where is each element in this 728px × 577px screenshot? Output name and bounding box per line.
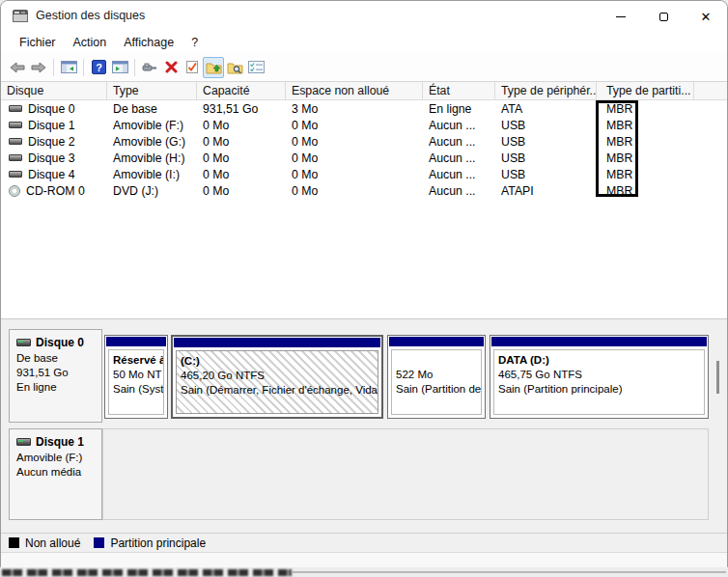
view-options-button[interactable]	[245, 57, 266, 78]
header-espace[interactable]: Espace non alloué	[286, 82, 423, 99]
cell-peripherique: USB	[495, 168, 597, 181]
menu-help[interactable]: ?	[182, 34, 207, 51]
cell-partition: MBR	[597, 135, 694, 149]
table-row-disque-3[interactable]: Disque 3 Amovible (H:) 0 Mo 0 Mo Aucun .…	[1, 150, 727, 166]
cell-capacite: 0 Mo	[197, 151, 286, 165]
cell-disque: Disque 2	[28, 135, 75, 149]
cell-espace: 3 Mo	[286, 102, 423, 116]
close-button[interactable]: ✕	[685, 1, 727, 32]
search-folder-button[interactable]	[224, 57, 245, 78]
partition-title: Réservé à	[113, 353, 163, 368]
partition-recovery[interactable]: 522 Mo Sain (Partition de	[387, 335, 486, 419]
titlebar: Gestion des disques ✕	[1, 1, 727, 32]
cell-partition: MBR	[597, 119, 694, 132]
table-row-disque-0[interactable]: Disque 0 De base 931,51 Go 3 Mo En ligne…	[1, 100, 727, 117]
cell-espace: 0 Mo	[286, 184, 423, 198]
primary-partition-color-swatch	[94, 537, 104, 548]
cell-partition: MBR	[597, 102, 694, 116]
partition-status: Sain (Démarrer, Fichier d'échange, Vida	[181, 383, 378, 398]
delete-button[interactable]	[160, 57, 182, 78]
legend-bar: Non alloué Partition principale	[1, 533, 727, 552]
properties-check-button[interactable]	[182, 57, 203, 78]
partition-title: (C:)	[181, 354, 378, 369]
primary-partition-color-bar	[174, 338, 380, 347]
cell-peripherique: USB	[495, 135, 597, 149]
disk-icon	[9, 105, 22, 112]
cell-peripherique: USB	[495, 151, 597, 165]
cell-capacite: 0 Mo	[197, 168, 286, 181]
menu-bar: Fichier Action Affichage ?	[1, 32, 727, 53]
cell-disque: Disque 4	[28, 168, 75, 181]
action-pane-icon	[112, 61, 128, 73]
partition-reserved[interactable]: Réservé à 50 Mo NT Sain (Syst	[104, 335, 168, 419]
cell-type: Amovible (H:)	[107, 151, 197, 165]
disk1-label-panel[interactable]: Disque 1 Amovible (F:) Aucun média	[9, 428, 102, 520]
cell-peripherique: ATAPI	[495, 184, 597, 198]
table-row-disque-4[interactable]: Disque 4 Amovible (I:) 0 Mo 0 Mo Aucun .…	[1, 166, 727, 182]
header-etat[interactable]: État	[423, 82, 495, 99]
partition-size: 465,75 Go NTFS	[498, 368, 704, 382]
minimize-icon	[616, 16, 626, 17]
view-options-icon	[248, 61, 265, 73]
cell-type: Amovible (G:)	[107, 135, 197, 149]
disk1-status: Aucun média	[16, 465, 101, 480]
menu-fichier[interactable]: Fichier	[11, 34, 65, 51]
cell-disque: Disque 1	[28, 119, 75, 132]
cell-etat: En ligne	[423, 102, 495, 116]
help-button[interactable]: ?	[88, 57, 109, 78]
back-button[interactable]	[7, 57, 28, 78]
header-partition[interactable]: Type de partiti...	[597, 82, 694, 99]
legend-primary-partition: Partition principale	[94, 536, 206, 550]
table-row-cdrom-0[interactable]: CD-ROM 0 DVD (J:) 0 Mo 0 Mo Aucun ... AT…	[1, 182, 727, 199]
disk0-size: 931,51 Go	[16, 366, 101, 380]
cell-etat: Aucun ...	[423, 119, 495, 132]
minimize-button[interactable]	[600, 1, 642, 32]
menu-affichage[interactable]: Affichage	[115, 34, 182, 51]
disk-management-app-icon	[13, 10, 28, 22]
cell-disque: Disque 0	[28, 102, 75, 116]
cell-disque: CD-ROM 0	[26, 184, 85, 198]
back-arrow-icon	[10, 62, 25, 73]
header-type[interactable]: Type	[107, 82, 197, 99]
svg-text:?: ?	[96, 62, 102, 73]
cell-etat: Aucun ...	[423, 151, 495, 165]
partition-data-d[interactable]: DATA (D:) 465,75 Go NTFS Sain (Partition…	[490, 335, 709, 419]
disk0-label-panel[interactable]: Disque 0 De base 931,51 Go En ligne	[9, 329, 102, 423]
scrollbar-thumb[interactable]	[716, 361, 719, 394]
cell-capacite: 0 Mo	[197, 119, 286, 132]
disk1-no-media-region[interactable]	[102, 428, 709, 520]
header-peripherique[interactable]: Type de périphér...	[495, 82, 597, 99]
cell-partition: MBR	[597, 184, 694, 198]
disk0-name: Disque 0	[36, 336, 84, 349]
header-capacite[interactable]: Capacité	[197, 82, 286, 99]
background-window-artifact	[0, 567, 728, 577]
disk-icon	[9, 171, 22, 178]
partition-size: 465,20 Go NTFS	[181, 369, 378, 383]
disk-list-pane: Disque Type Capacité Espace non alloué É…	[1, 82, 727, 319]
partition-status: Sain (Partition principale)	[498, 382, 704, 397]
hard-disk-icon	[16, 438, 31, 446]
primary-partition-color-bar	[389, 337, 484, 346]
window-controls: ✕	[600, 1, 727, 32]
primary-partition-color-bar	[106, 337, 166, 346]
cell-capacite: 931,51 Go	[197, 102, 286, 116]
forward-button[interactable]	[28, 57, 49, 78]
cd-rom-icon	[9, 185, 20, 197]
table-row-disque-2[interactable]: Disque 2 Amovible (G:) 0 Mo 0 Mo Aucun .…	[1, 133, 727, 150]
maximize-button[interactable]	[642, 1, 685, 32]
partition-size: 522 Mo	[396, 368, 481, 382]
show-action-pane-button[interactable]	[109, 57, 130, 78]
header-disque[interactable]: Disque	[1, 82, 107, 99]
up-folder-button[interactable]	[203, 57, 224, 78]
unallocated-color-swatch	[9, 537, 19, 548]
show-console-tree-button[interactable]	[58, 57, 79, 78]
menu-action[interactable]: Action	[65, 34, 116, 51]
cell-espace: 0 Mo	[286, 119, 423, 132]
partition-c-selected[interactable]: (C:) 465,20 Go NTFS Sain (Démarrer, Fich…	[171, 335, 383, 419]
action-tool-button[interactable]	[139, 57, 160, 78]
maximize-icon	[659, 13, 668, 21]
disk0-type: De base	[16, 351, 101, 366]
console-tree-icon	[61, 61, 77, 73]
toolbar: ?	[1, 53, 727, 82]
table-row-disque-1[interactable]: Disque 1 Amovible (F:) 0 Mo 0 Mo Aucun .…	[1, 117, 727, 133]
